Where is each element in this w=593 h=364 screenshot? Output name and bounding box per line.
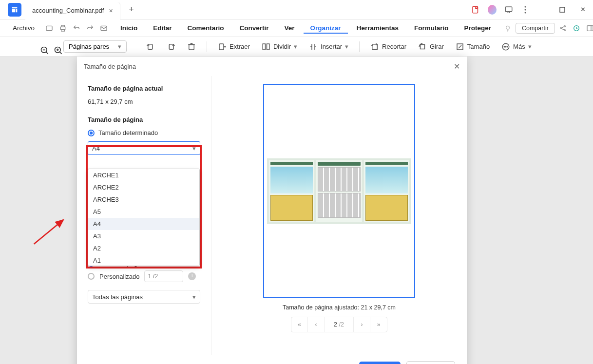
size-option[interactable]: ARCHE1 bbox=[88, 169, 199, 181]
svg-rect-22 bbox=[219, 44, 224, 50]
pager-prev-button[interactable]: ‹ bbox=[308, 317, 325, 332]
size-option[interactable]: A2 bbox=[88, 242, 199, 254]
preview-page bbox=[263, 84, 415, 298]
rotate-button[interactable]: Girar bbox=[414, 40, 448, 53]
apply-button[interactable]: Aplicar bbox=[359, 362, 401, 364]
svg-point-30 bbox=[505, 46, 506, 47]
svg-rect-7 bbox=[60, 27, 65, 29]
size-option[interactable]: ARCHE2 bbox=[88, 181, 199, 193]
cancel-button[interactable]: Cancelar bbox=[406, 361, 455, 364]
svg-point-13 bbox=[564, 25, 566, 27]
tab-title: accounting_Combinar.pdf bbox=[32, 7, 104, 14]
size-option[interactable]: ARCHE3 bbox=[88, 193, 199, 206]
sync-icon[interactable] bbox=[573, 23, 580, 34]
pager-first-button[interactable]: « bbox=[291, 317, 308, 332]
size-select-value: A4 bbox=[92, 145, 100, 152]
pager-next-button[interactable]: › bbox=[354, 317, 370, 332]
redo-icon[interactable] bbox=[86, 23, 94, 34]
close-tab-icon[interactable]: × bbox=[109, 7, 113, 15]
svg-rect-5 bbox=[560, 7, 565, 12]
delete-button[interactable] bbox=[183, 40, 200, 53]
svg-point-14 bbox=[564, 29, 566, 31]
size-option[interactable]: A5 bbox=[88, 206, 199, 218]
info-icon: ! bbox=[188, 272, 196, 280]
preview-pager: « ‹ 2 /2 › » bbox=[291, 317, 387, 332]
cloud-share-icon[interactable] bbox=[559, 23, 567, 34]
size-option-selected[interactable]: A4 bbox=[88, 218, 199, 230]
crop-button[interactable]: Recortar bbox=[366, 40, 410, 53]
pager-display: 2 /2 bbox=[325, 317, 354, 332]
new-tab-button[interactable]: + bbox=[124, 2, 139, 17]
menu-herramientas[interactable]: Herramientas bbox=[350, 22, 405, 34]
size-dropdown[interactable]: ARCHE1 ARCHE2 ARCHE3 A5 A4 A3 A2 A1 A0 bbox=[88, 169, 200, 266]
bulb-icon[interactable] bbox=[504, 23, 512, 34]
menu-editar[interactable]: Editar bbox=[146, 22, 178, 34]
apply-range-select[interactable]: Todas las páginas ▾ bbox=[88, 290, 200, 304]
split-button[interactable]: Dividir▾ bbox=[258, 40, 301, 53]
preview-caption: Tamaño de página ajustado: 21 x 29,7 cm bbox=[283, 304, 396, 311]
chevron-down-icon: ▾ bbox=[118, 43, 121, 50]
svg-rect-8 bbox=[61, 25, 65, 27]
radio-off-icon bbox=[88, 273, 95, 280]
svg-point-31 bbox=[507, 46, 508, 47]
zoom-out-button[interactable] bbox=[36, 42, 46, 52]
rotate-left-button[interactable] bbox=[142, 40, 159, 53]
maximize-button[interactable] bbox=[552, 0, 573, 19]
menu-ver[interactable]: Ver bbox=[278, 22, 302, 34]
print-icon[interactable] bbox=[59, 23, 67, 34]
custom-range-input[interactable] bbox=[144, 270, 183, 282]
extract-button[interactable]: Extraer bbox=[214, 40, 254, 53]
more-button[interactable]: Más▾ bbox=[497, 40, 536, 53]
minimize-button[interactable]: — bbox=[532, 0, 552, 19]
close-window-button[interactable]: ✕ bbox=[573, 0, 593, 19]
menu-comentario[interactable]: Comentario bbox=[181, 22, 231, 34]
determined-size-radio[interactable]: Tamaño determinado bbox=[77, 127, 211, 138]
svg-rect-23 bbox=[263, 44, 265, 50]
svg-rect-24 bbox=[267, 44, 269, 50]
svg-rect-9 bbox=[61, 29, 65, 31]
dialog-close-button[interactable]: ✕ bbox=[454, 62, 460, 71]
size-option[interactable]: A3 bbox=[88, 230, 199, 242]
svg-point-2 bbox=[525, 6, 526, 7]
svg-rect-21 bbox=[189, 44, 194, 50]
menu-convertir[interactable]: Convertir bbox=[233, 22, 276, 34]
page-range-value: Páginas pares bbox=[69, 43, 109, 50]
menu-formulario[interactable]: Formulario bbox=[407, 22, 456, 34]
size-select[interactable]: A4 ▾ bbox=[88, 141, 200, 155]
mail-icon[interactable] bbox=[100, 23, 108, 34]
menu-archivo[interactable]: Archivo bbox=[6, 22, 41, 34]
menu-bar: Archivo Inicio Editar Comentario Convert… bbox=[0, 19, 593, 37]
size-option[interactable]: A1 bbox=[88, 254, 199, 266]
pager-last-button[interactable]: » bbox=[370, 317, 387, 332]
menu-organizar[interactable]: Organizar bbox=[304, 22, 348, 34]
page-size-dialog: Tamaño de página ✕ Tamaño de página actu… bbox=[77, 57, 467, 364]
menu-inicio[interactable]: Inicio bbox=[114, 22, 144, 34]
menu-proteger[interactable]: Proteger bbox=[457, 22, 498, 34]
undo-icon[interactable] bbox=[73, 23, 80, 34]
chat-icon[interactable] bbox=[504, 5, 513, 14]
dialog-title-text: Tamaño de página bbox=[84, 63, 136, 70]
app-logo bbox=[8, 3, 21, 17]
notes-icon[interactable] bbox=[471, 5, 480, 14]
current-size-value: 61,71 x 29,7 cm bbox=[77, 96, 211, 112]
panel-icon[interactable] bbox=[586, 23, 593, 34]
page-range-select[interactable]: Páginas pares ▾ bbox=[63, 40, 127, 53]
custom-range-radio[interactable]: Personalizado ! bbox=[77, 268, 211, 284]
zoom-in-button[interactable] bbox=[50, 42, 59, 52]
dialog-left-pane: Tamaño de página actual 61,71 x 29,7 cm … bbox=[77, 76, 211, 355]
svg-point-4 bbox=[525, 12, 526, 13]
preview-content bbox=[267, 158, 411, 224]
size-button[interactable]: Tamaño bbox=[452, 40, 494, 53]
document-tab[interactable]: accounting_Combinar.pdf × bbox=[25, 2, 120, 19]
svg-rect-16 bbox=[587, 25, 593, 31]
rotate-right-button[interactable] bbox=[163, 40, 179, 53]
svg-point-12 bbox=[560, 27, 562, 29]
share-button[interactable]: Compartir bbox=[516, 23, 555, 34]
callout-arrow bbox=[22, 217, 76, 247]
page-size-header: Tamaño de página bbox=[77, 112, 211, 127]
open-icon[interactable] bbox=[45, 23, 53, 34]
avatar-icon[interactable] bbox=[488, 5, 497, 14]
insert-button[interactable]: Insertar▾ bbox=[305, 40, 352, 53]
kebab-icon[interactable] bbox=[521, 5, 530, 14]
svg-rect-26 bbox=[420, 44, 424, 49]
